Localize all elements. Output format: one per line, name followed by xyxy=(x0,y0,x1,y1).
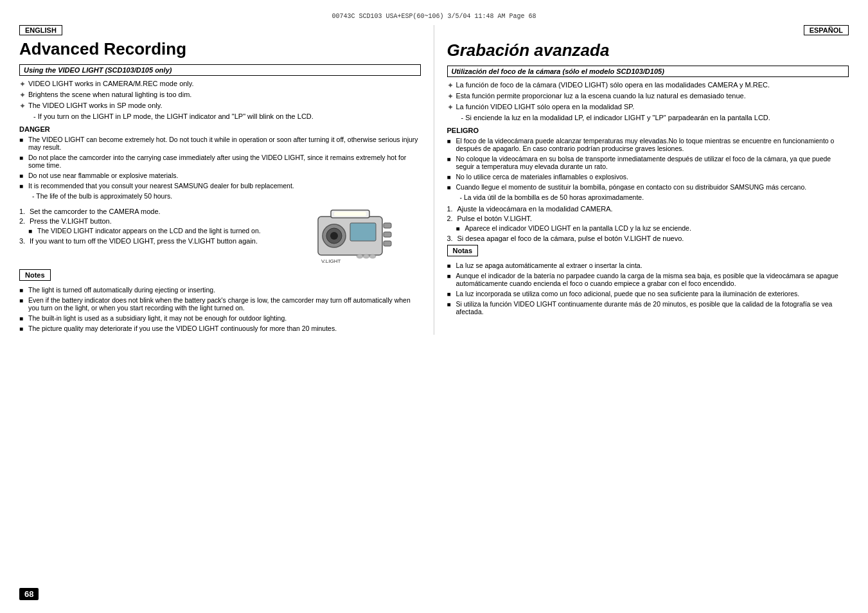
english-badge: ENGLISH xyxy=(19,25,62,35)
es-note-3: ■ La luz incorporada se utiliza como un … xyxy=(447,290,849,298)
spanish-badge: ESPAÑOL xyxy=(804,25,849,35)
en-step-2-sub: ■ The VIDEO LIGHT indicator appears on t… xyxy=(28,227,305,235)
spanish-title: Grabación avanzada xyxy=(447,40,849,60)
en-danger-1: ■ The VIDEO LIGHT can become extremely h… xyxy=(19,136,421,151)
en-danger-4-sub: The life of the bulb is approximately 50… xyxy=(32,192,421,200)
en-danger-heading: DANGER xyxy=(19,125,421,133)
es-step-2-sub: ■ Aparece el indicador VIDEO LIGHT en la… xyxy=(456,224,849,232)
es-danger-4-sub: La vida útil de la bombilla es de 50 hor… xyxy=(460,193,849,201)
en-step-1: 1. Set the camcorder to the CAMERA mode. xyxy=(19,208,305,215)
es-danger-4: ■ Cuando llegue el momento de sustituir … xyxy=(447,183,849,191)
spanish-header: ESPAÑOL xyxy=(447,25,849,38)
es-note-2: ■ Aunque el indicador de la batería no p… xyxy=(447,272,849,287)
en-bullet-1: ✦ VIDEO LIGHT works in CAMERA/M.REC mode… xyxy=(19,80,421,89)
es-sub-bullet: Si enciende la luz en la modalidad LP, e… xyxy=(461,114,849,121)
spanish-section-heading: Utilización del foco de la cámara (sólo … xyxy=(447,66,849,77)
en-note-1: ■ The light is turned off automatically … xyxy=(19,286,421,294)
es-notes-label: Notas xyxy=(447,245,479,256)
english-lang-badge: ENGLISH xyxy=(19,25,421,38)
es-danger-2: ■ No coloque la videocámara en su bolsa … xyxy=(447,155,849,170)
es-step-2: 2. Pulse el botón V.LIGHT. xyxy=(447,215,849,222)
en-step-3: 3. If you want to turn off the VIDEO LIG… xyxy=(19,237,305,245)
en-note-3: ■ The built-in light is used as a subsid… xyxy=(19,314,421,322)
es-note-4: ■ Si utiliza la función VIDEO LIGHT cont… xyxy=(447,300,849,315)
en-bullet-2: ✦ Brightens the scene when natural light… xyxy=(19,91,421,100)
english-section-heading: Using the VIDEO LIGHT (SCD103/D105 only) xyxy=(19,64,421,76)
en-sub-bullet: If you turn on the LIGHT in LP mode, the… xyxy=(33,112,421,120)
svg-rect-9 xyxy=(384,232,391,237)
es-note-1: ■ La luz se apaga automáticamente al ext… xyxy=(447,262,849,269)
english-title: Advanced Recording xyxy=(19,39,421,59)
svg-point-12 xyxy=(363,254,369,258)
svg-rect-8 xyxy=(384,223,391,228)
en-bullet-3: ✦ The VIDEO LIGHT works in SP mode only. xyxy=(19,102,421,111)
en-note-2: ■ Even if the battery indicator does not… xyxy=(19,296,421,312)
es-danger-1: ■ El foco de la videocámara puede alcanz… xyxy=(447,137,849,152)
svg-rect-10 xyxy=(384,241,391,246)
en-note-4: ■ The picture quality may deteriorate if… xyxy=(19,324,421,332)
es-bullet-1: ✦ La función de foco de la cámara (VIDEO… xyxy=(447,81,849,90)
en-danger-2: ■ Do not place the camcorder into the ca… xyxy=(19,154,421,169)
es-bullet-2: ✦ Esta función permite proporcionar luz … xyxy=(447,92,849,101)
svg-rect-6 xyxy=(334,212,366,216)
en-danger-4: ■ It is recommended that you consult you… xyxy=(19,182,421,190)
svg-text:V.LIGHT: V.LIGHT xyxy=(321,258,341,264)
es-danger-heading: PELIGRO xyxy=(447,127,849,134)
svg-rect-4 xyxy=(350,223,376,241)
file-info: 00743C SCD103 USA+ESP(60~106) 3/5/04 11:… xyxy=(19,13,849,20)
es-bullet-3: ✦ La función VIDEO LIGHT sólo opera en l… xyxy=(447,103,849,112)
en-danger-3: ■ Do not use near flammable or explosive… xyxy=(19,172,421,179)
es-step-3: 3. Si desea apagar el foco de la cámara,… xyxy=(447,235,849,242)
camcorder-image: V.LIGHT xyxy=(312,204,421,269)
svg-point-11 xyxy=(357,254,363,258)
page-number: 68 xyxy=(19,588,39,600)
es-step-1: 1. Ajuste la videocámara en la modalidad… xyxy=(447,205,849,213)
en-step-2: 2. Press the V.LIGHT button. xyxy=(19,217,305,225)
svg-point-3 xyxy=(330,232,338,240)
es-danger-3: ■ No lo utilice cerca de materiales infl… xyxy=(447,173,849,181)
en-notes-label: Notes xyxy=(19,269,51,281)
svg-point-13 xyxy=(369,254,376,258)
